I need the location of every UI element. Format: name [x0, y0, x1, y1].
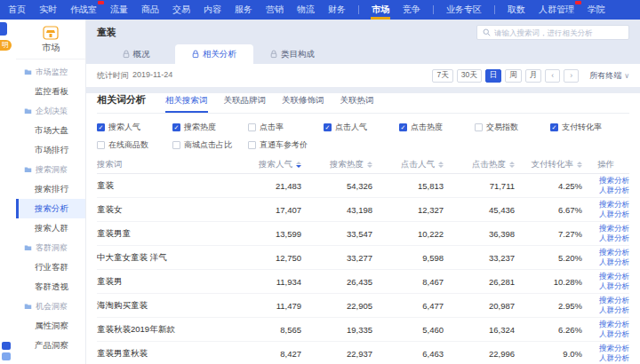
tab-2[interactable]: 类目构成 — [253, 44, 332, 64]
top-nav-item-10[interactable]: 财务 — [327, 0, 347, 20]
search-analysis-link[interactable]: 搜索分析 — [599, 344, 629, 353]
checkbox-icon[interactable] — [475, 123, 483, 131]
checkbox-icon[interactable]: ✓ — [399, 123, 407, 131]
period-button-1[interactable]: 30天 — [457, 69, 482, 83]
top-nav-item-11[interactable]: 市场 — [371, 0, 390, 20]
sidebar-item-3-1[interactable]: 客群透视 — [16, 277, 85, 297]
keyword-search-box[interactable] — [476, 25, 629, 40]
sidebar-item-2-2[interactable]: 搜索人群 — [16, 218, 85, 238]
checkbox-icon[interactable] — [248, 123, 256, 131]
period-button-2[interactable]: 日 — [485, 69, 502, 83]
next-date-button[interactable]: › — [564, 69, 579, 83]
rail-shortcut-icon-1[interactable] — [2, 342, 11, 350]
top-nav-item-2[interactable]: 作战室 — [69, 0, 98, 20]
top-nav-item-3[interactable]: 流量 — [109, 0, 129, 20]
metric-checkbox-5[interactable]: 交易指数 — [475, 122, 550, 133]
period-button-3[interactable]: 周 — [505, 69, 522, 83]
search-input[interactable] — [494, 28, 623, 37]
prev-date-button[interactable]: ‹ — [545, 69, 560, 83]
table-header-cell-4[interactable]: 点击热度 — [444, 159, 515, 170]
metric-cell: 15,813 — [372, 181, 444, 191]
search-analysis-link[interactable]: 搜索分析 — [599, 224, 629, 233]
top-nav-item-7[interactable]: 服务 — [234, 0, 253, 20]
top-nav-item-14[interactable]: 取数 — [507, 0, 526, 20]
checkbox-icon[interactable] — [248, 141, 256, 149]
rail-shortcut-icon-2[interactable] — [2, 352, 11, 360]
table-header-cell-3[interactable]: 点击人气 — [372, 159, 444, 170]
sidebar-item-2-1[interactable]: 搜索分析 — [16, 199, 85, 218]
sidebar-item-0-0[interactable]: 监控看板 — [16, 82, 85, 101]
metric-checkbox-8[interactable]: 商城点击占比 — [172, 139, 248, 151]
subtab-1[interactable]: 关联品牌词 — [224, 95, 267, 113]
crowd-analysis-link[interactable]: 人群分析 — [599, 210, 629, 219]
tab-label: 概况 — [133, 49, 150, 60]
crowd-analysis-link[interactable]: 人群分析 — [599, 257, 629, 267]
subtab-2[interactable]: 关联修饰词 — [282, 95, 324, 113]
top-nav-item-5[interactable]: 交易 — [172, 0, 191, 20]
metric-checkbox-6[interactable]: ✓支付转化率 — [550, 122, 626, 133]
checkbox-icon[interactable]: ✓ — [550, 123, 558, 131]
table-header-cell-2[interactable]: 搜索热度 — [301, 159, 372, 170]
sidebar-item-1-0[interactable]: 市场大盘 — [16, 121, 85, 140]
crowd-analysis-link[interactable]: 人群分析 — [599, 281, 629, 291]
sidebar-item-3-0[interactable]: 行业客群 — [16, 257, 85, 277]
checkbox-icon[interactable] — [172, 141, 180, 149]
crowd-analysis-link[interactable]: 人群分析 — [599, 353, 629, 363]
rail-badge: 明 — [0, 40, 12, 51]
period-button-4[interactable]: 月 — [525, 69, 542, 83]
search-analysis-link[interactable]: 搜索分析 — [599, 272, 629, 281]
sidebar-item-4-1[interactable]: 产品洞察 — [16, 336, 85, 355]
action-cell: 搜索分析人群分析 — [582, 176, 629, 195]
search-analysis-link[interactable]: 搜索分析 — [599, 296, 629, 305]
top-nav-item-0[interactable]: 首页 — [7, 0, 27, 20]
top-nav-item-16[interactable]: 学院 — [587, 0, 606, 20]
table-header-cell-5[interactable]: 支付转化率 — [515, 159, 582, 170]
top-nav-item-12[interactable]: 竞争 — [402, 0, 421, 20]
top-nav-item-6[interactable]: 内容 — [203, 0, 222, 20]
metric-checkbox-2[interactable]: 点击率 — [248, 122, 324, 133]
chevron-down-icon: ∨ — [624, 72, 629, 80]
top-nav-item-15[interactable]: 人群管理 — [538, 0, 575, 20]
crowd-analysis-link[interactable]: 人群分析 — [599, 186, 629, 195]
table-header-cell-1[interactable]: 搜索人气 — [230, 159, 301, 170]
checkbox-icon[interactable]: ✓ — [97, 123, 105, 131]
subtab-0[interactable]: 相关搜索词 — [165, 95, 208, 113]
terminal-dropdown[interactable]: 所有终端 ∨ — [589, 70, 629, 82]
checkbox-icon[interactable] — [97, 141, 105, 149]
search-analysis-link[interactable]: 搜索分析 — [599, 176, 629, 186]
folder-icon — [24, 244, 32, 251]
sidebar-group-header-1[interactable]: 企划决策 — [16, 101, 85, 121]
search-analysis-link[interactable]: 搜索分析 — [599, 320, 629, 329]
metric-checkbox-7[interactable]: 在线商品数 — [97, 139, 172, 151]
metric-checkbox-9[interactable]: 直通车参考价 — [248, 139, 324, 151]
metric-checkbox-1[interactable]: ✓搜索热度 — [172, 122, 248, 133]
top-nav-item-1[interactable]: 实时 — [38, 0, 58, 20]
top-nav-item-8[interactable]: 营销 — [265, 0, 284, 20]
tab-1[interactable]: 相关分析 — [175, 44, 253, 64]
search-analysis-link[interactable]: 搜索分析 — [599, 200, 629, 210]
sidebar-item-4-0[interactable]: 属性洞察 — [16, 316, 85, 336]
search-analysis-link[interactable]: 搜索分析 — [599, 248, 629, 257]
checkbox-icon[interactable]: ✓ — [324, 123, 332, 131]
action-cell: 搜索分析人群分析 — [582, 200, 629, 219]
metric-checkbox-0[interactable]: ✓搜索人气 — [97, 122, 172, 133]
sidebar-item-1-1[interactable]: 市场排行 — [16, 140, 85, 160]
top-nav-item-4[interactable]: 商品 — [140, 0, 160, 20]
sidebar-group-header-3[interactable]: 客群洞察 — [16, 238, 85, 257]
sidebar-group-header-0[interactable]: 市场监控 — [16, 62, 85, 82]
subtab-3[interactable]: 关联热词 — [340, 95, 374, 113]
sidebar-item-2-0[interactable]: 搜索排行 — [16, 179, 85, 199]
top-nav-item-13[interactable]: 业务专区 — [445, 0, 483, 20]
sidebar-group-header-4[interactable]: 机会洞察 — [16, 297, 85, 316]
metric-checkbox-3[interactable]: ✓点击人气 — [324, 122, 399, 133]
crowd-analysis-link[interactable]: 人群分析 — [599, 329, 629, 339]
period-button-0[interactable]: 7天 — [432, 69, 452, 83]
metric-checkbox-4[interactable]: ✓点击热度 — [399, 122, 475, 133]
module-label: 市场 — [42, 42, 60, 54]
sidebar-group-header-2[interactable]: 搜索洞察 — [16, 160, 85, 179]
tab-0[interactable]: 概况 — [97, 44, 175, 64]
top-nav-item-9[interactable]: 物流 — [296, 0, 316, 20]
crowd-analysis-link[interactable]: 人群分析 — [599, 305, 629, 315]
crowd-analysis-link[interactable]: 人群分析 — [599, 233, 629, 243]
checkbox-icon[interactable]: ✓ — [172, 123, 180, 131]
